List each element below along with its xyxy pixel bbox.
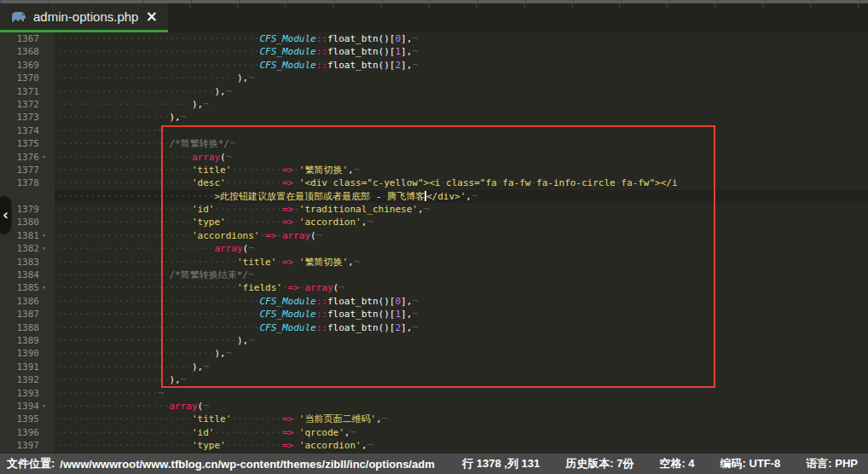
code-line-1381[interactable]: 1381▾························'accordions… [0, 229, 868, 242]
fold-spacer [39, 373, 55, 386]
code-line-1377[interactable]: 1377························'title'·····… [0, 164, 868, 176]
line-number: 1397 [0, 439, 39, 452]
code-text: ························'type'··········… [55, 216, 868, 228]
fold-marker-icon[interactable]: ▾ [39, 281, 55, 294]
file-path: /www/wwwroot/www.tfblog.cn/wp-content/th… [60, 458, 435, 471]
fold-spacer [39, 190, 55, 203]
line-number: 1395 [0, 413, 39, 425]
fold-spacer [39, 137, 55, 150]
code-text: ····························),¬ [55, 347, 868, 360]
language[interactable]: 语言: PHP [806, 456, 858, 471]
code-line-1383[interactable]: 1383································'tit… [0, 256, 868, 269]
fold-spacer [39, 269, 55, 281]
code-line-1380[interactable]: 1380························'type'······… [0, 216, 868, 228]
code-line-1368[interactable]: 1368····································… [0, 45, 868, 58]
line-number: 1369 [0, 59, 39, 72]
line-number: 1368 [0, 45, 39, 58]
close-icon[interactable]: × [146, 9, 158, 24]
code-line-1382[interactable]: 1382▾····························array(¬ [0, 242, 868, 255]
code-line-1393[interactable]: 1393··················¬ [0, 387, 868, 400]
code-line-1386[interactable]: 1386····································… [0, 295, 868, 308]
fold-spacer [39, 45, 55, 58]
code-line-wrap[interactable]: ····························>此按钮建议放置在最顶部… [0, 190, 868, 203]
indent-spaces[interactable]: 空格: 4 [659, 456, 694, 471]
code-text: ····························),¬ [55, 85, 868, 98]
fold-spacer [39, 334, 55, 347]
code-text: ····································CFS_… [55, 321, 868, 334]
line-number: 1384 [0, 269, 39, 281]
line-number: 1383 [0, 256, 39, 269]
line-number: 1396 [0, 426, 39, 439]
code-line-1376[interactable]: 1376▾························array(¬ [0, 151, 868, 164]
fold-spacer [39, 439, 55, 452]
code-line-1378[interactable]: 1378························'desc'······… [0, 176, 868, 189]
code-text: ····································CFS_… [55, 32, 868, 45]
fold-spacer [39, 59, 55, 72]
code-text: ····································CFS_… [55, 295, 868, 308]
line-number: 1391 [0, 361, 39, 373]
code-line-1396[interactable]: 1396························'id'········… [0, 426, 868, 439]
history-versions[interactable]: 历史版本: 7份 [565, 456, 634, 471]
code-line-1372[interactable]: 1372························),¬ [0, 98, 868, 111]
code-text: ························'accordions'·=>·… [55, 229, 868, 242]
code-line-1373[interactable]: 1373····················),¬ [0, 111, 868, 124]
code-line-1375[interactable]: 1375····················/*简繁转换*/¬ [0, 137, 868, 150]
tab-admin-options-php[interactable]: admin-options.php × [0, 3, 168, 32]
code-text: ····································CFS_… [55, 308, 868, 321]
code-line-1395[interactable]: 1395························'title'·····… [0, 413, 868, 425]
code-line-1367[interactable]: 1367····································… [0, 32, 868, 45]
code-text: ····················),¬ [55, 111, 868, 124]
fold-spacer [39, 256, 55, 269]
fold-marker-icon[interactable]: ▾ [39, 229, 55, 242]
code-text: ································),¬ [55, 334, 868, 347]
line-number: 1385 [0, 281, 39, 294]
line-number: 1392 [0, 373, 39, 386]
line-number: 1389 [0, 334, 39, 347]
code-line-1371[interactable]: 1371····························),¬ [0, 85, 868, 98]
code-line-1392[interactable]: 1392····················),¬ [0, 373, 868, 386]
sidebar-toggle[interactable]: ‹ [0, 196, 11, 234]
code-line-1390[interactable]: 1390····························),¬ [0, 347, 868, 360]
code-line-1388[interactable]: 1388····································… [0, 321, 868, 334]
line-number: 1388 [0, 321, 39, 334]
code-editor[interactable]: 1367····································… [0, 32, 868, 454]
fold-marker-icon[interactable]: ▾ [39, 151, 55, 164]
code-text: ································'title'·… [55, 256, 868, 269]
code-text: ································'fields'… [55, 281, 868, 294]
fold-marker-icon[interactable]: ▾ [39, 400, 55, 413]
code-line-1394[interactable]: 1394▾····················array(¬ [0, 400, 868, 413]
code-line-1374[interactable]: 1374··················¬ [0, 124, 868, 137]
code-text: ························'id'············… [55, 203, 868, 216]
line-number: 1390 [0, 347, 39, 360]
code-line-1379[interactable]: 1379························'id'········… [0, 203, 868, 216]
fold-spacer [39, 32, 55, 45]
code-text: ························'title'·········… [55, 164, 868, 176]
code-line-1385[interactable]: 1385▾································'fi… [0, 281, 868, 294]
file-location-label: 文件位置: [7, 456, 55, 471]
tab-title: admin-options.php [33, 9, 138, 24]
line-number: 1374 [0, 124, 39, 137]
code-text: ························'desc'··········… [55, 176, 868, 189]
php-elephant-icon [10, 10, 27, 23]
fold-spacer [39, 176, 55, 189]
code-line-1369[interactable]: 1369····································… [0, 59, 868, 72]
encoding[interactable]: 编码: UTF-8 [720, 456, 781, 471]
code-line-1370[interactable]: 1370································),¬ [0, 72, 868, 84]
code-line-1391[interactable]: 1391························),¬ [0, 361, 868, 373]
code-text: ························array(¬ [55, 151, 868, 164]
line-number: 1375 [0, 137, 39, 150]
code-line-1397[interactable]: 1397························'type'······… [0, 439, 868, 452]
fold-spacer [39, 361, 55, 373]
fold-spacer [39, 321, 55, 334]
code-line-1384[interactable]: 1384····················/*简繁转换结束*/¬ [0, 269, 868, 281]
code-line-1389[interactable]: 1389································),¬ [0, 334, 868, 347]
code-line-1387[interactable]: 1387····································… [0, 308, 868, 321]
code-text: ····································CFS_… [55, 59, 868, 72]
code-text: ························),¬ [55, 361, 868, 373]
line-number: 1382 [0, 242, 39, 255]
code-text: ····················/*简繁转换结束*/¬ [55, 269, 868, 281]
fold-marker-icon[interactable]: ▾ [39, 242, 55, 255]
code-text: ··················¬ [55, 124, 868, 137]
code-text: ························'id'············… [55, 426, 868, 439]
code-text: ····························>此按钮建议放置在最顶部… [55, 190, 868, 203]
